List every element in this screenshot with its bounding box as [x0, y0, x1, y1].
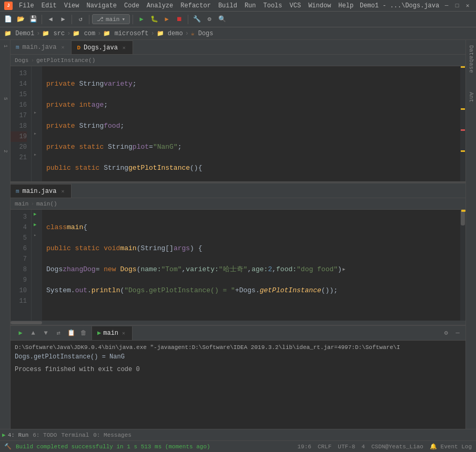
fold-arrow-21[interactable]: ▸: [34, 150, 37, 158]
main-editor-breadcrumb: main › main(): [11, 198, 465, 210]
run-gutter-4[interactable]: ▶: [34, 220, 36, 228]
project-panel-button[interactable]: 1: [1, 42, 9, 50]
save-button[interactable]: 💾: [27, 14, 39, 25]
menu-code[interactable]: Code: [121, 2, 143, 9]
main-hscroll-thumb[interactable]: [11, 321, 42, 324]
gutter-mark-top: [461, 66, 465, 68]
toolbar-separator: [42, 15, 42, 24]
fold-arrow-4[interactable]: ▸: [34, 231, 36, 239]
close-button[interactable]: ✕: [463, 2, 472, 10]
run-gutter-3[interactable]: ▶: [34, 210, 36, 218]
run-output-line2: Process finished with exit code 0: [15, 365, 461, 374]
event-log-button[interactable]: 🔔 Event Log: [430, 443, 472, 450]
dogs-java-tab[interactable]: D Dogs.java ✕: [72, 40, 133, 54]
revert-button[interactable]: ↺: [75, 14, 86, 25]
charset-label[interactable]: UTF-8: [338, 444, 355, 450]
code-line-16: private static String plot ="NanG";: [46, 142, 456, 152]
ant-panel-button[interactable]: Ant: [467, 89, 475, 106]
fold-arrow-17[interactable]: ▸: [34, 108, 37, 116]
menu-navigate[interactable]: Navigate: [83, 2, 120, 9]
run-button[interactable]: ▶: [136, 14, 147, 25]
run-minimize-button[interactable]: ─: [452, 327, 463, 339]
run-strip-tab[interactable]: ▶ 4: Run: [2, 432, 28, 438]
terminal-strip-label: Terminal: [61, 432, 89, 438]
main-editor: m main.java ✕ main › main() 3 4 5 6 7: [11, 183, 465, 325]
menu-tools[interactable]: Tools: [260, 2, 286, 9]
cursor-position[interactable]: 19:6: [298, 444, 311, 450]
run-play-button[interactable]: ▶: [15, 327, 26, 339]
search-everywhere-button[interactable]: 🔍: [216, 14, 228, 25]
dogs-code-area[interactable]: 13 14 15 16 17 18 19 20 21 ▸: [11, 66, 465, 181]
main-java-tab2-close[interactable]: ✕: [59, 188, 66, 194]
breadcrumb-demo[interactable]: 📁 demo: [157, 30, 183, 37]
breadcrumb-src[interactable]: 📁 src: [42, 30, 65, 37]
branch-selector[interactable]: ⎇ main ▾: [92, 14, 130, 24]
new-file-button[interactable]: 📄: [2, 14, 14, 25]
run-tab-close[interactable]: ✕: [120, 330, 127, 336]
breadcrumb-com[interactable]: 📁 com: [73, 30, 95, 37]
run-with-coverage-button[interactable]: ▶: [161, 14, 173, 25]
run-wrap-button[interactable]: ⇄: [53, 327, 64, 339]
menu-help[interactable]: Help: [335, 2, 357, 9]
window-controls[interactable]: ─ □ ✕: [442, 2, 472, 10]
bottom-strip: ▶ 4: Run 6: TODO Terminal 0: Messages: [0, 429, 476, 440]
breadcrumb-microsoft[interactable]: 📁 microsoft: [103, 30, 148, 37]
editor-area: m main.java ✕ D Dogs.java ✕ Dogs › getPl…: [11, 40, 465, 440]
terminal-strip-tab[interactable]: Terminal: [61, 432, 89, 438]
main-java-tab2[interactable]: m main.java ✕: [11, 184, 72, 198]
main-vscrollbar[interactable]: [460, 210, 465, 321]
menu-view[interactable]: View: [61, 2, 83, 9]
run-scroll-up-button[interactable]: ▲: [27, 327, 39, 339]
main-vscroll-thumb[interactable]: [461, 210, 465, 225]
main-code-area[interactable]: 3 4 5 6 7 8 9 10 11 ▶ ▶: [11, 210, 465, 321]
menu-run[interactable]: Run: [241, 2, 259, 9]
main-code-content[interactable]: class main { public static void main(Str…: [42, 210, 460, 321]
menu-vcs[interactable]: VCS: [287, 2, 305, 9]
breadcrumb-demo1[interactable]: 📁 Demo1: [4, 30, 34, 37]
dogs-java-tab-close[interactable]: ✕: [121, 45, 127, 51]
maximize-button[interactable]: □: [453, 2, 461, 10]
title-bar: J File Edit View Navigate Code Analyze R…: [0, 0, 476, 12]
run-scroll-down-button[interactable]: ▼: [40, 327, 52, 339]
dogs-line-numbers: 13 14 15 16 17 18 19 20 21: [11, 66, 32, 181]
main-java-tab-close[interactable]: ✕: [59, 44, 66, 50]
line-ending[interactable]: CRLF: [318, 444, 331, 450]
sdk-button[interactable]: 🔧: [191, 14, 202, 25]
menu-refactor[interactable]: Refactor: [177, 2, 214, 9]
run-copy-button[interactable]: 📋: [65, 327, 77, 339]
todo-strip-tab[interactable]: 6: TODO: [33, 432, 57, 438]
run-settings-button[interactable]: ⚙: [440, 327, 452, 339]
dogs-code-content[interactable]: private String variety; private int age;…: [42, 66, 460, 181]
fold-arrow-19[interactable]: ▸: [34, 129, 37, 137]
menu-build[interactable]: Build: [215, 2, 240, 9]
database-panel-button[interactable]: Database: [467, 42, 475, 76]
main-java-tab[interactable]: m main.java ✕: [11, 40, 72, 54]
minimize-button[interactable]: ─: [442, 2, 451, 10]
favorites-button[interactable]: 2: [1, 147, 9, 156]
back-button[interactable]: ◀: [45, 14, 56, 25]
dogs-breadcrumb-class: Dogs: [15, 57, 28, 64]
run-tab[interactable]: ▶ main ✕: [92, 326, 133, 340]
forward-button[interactable]: ▶: [57, 14, 69, 25]
stop-button[interactable]: ⏹: [174, 14, 185, 25]
dogs-java-icon: ☕: [191, 30, 195, 37]
main-line-4: public static void main(String[] args) {: [46, 243, 456, 254]
build-status-text: Build completed successfully in 1 s 513 …: [16, 444, 210, 450]
run-clear-button[interactable]: 🗑: [78, 327, 89, 339]
open-button[interactable]: 📂: [15, 14, 26, 25]
menu-file[interactable]: File: [16, 2, 37, 9]
status-left: 🔨 Build completed successfully in 1 s 51…: [4, 443, 210, 450]
messages-strip-tab[interactable]: 0: Messages: [93, 432, 131, 438]
structure-button[interactable]: S: [1, 95, 9, 103]
menu-bar[interactable]: File Edit View Navigate Code Analyze Ref…: [16, 2, 357, 9]
menu-edit[interactable]: Edit: [38, 2, 60, 9]
breadcrumb-dogs[interactable]: ☕ Dogs: [191, 30, 214, 37]
menu-window[interactable]: Window: [305, 2, 334, 9]
settings-button[interactable]: ⚙: [204, 14, 215, 25]
debug-button[interactable]: 🐛: [148, 14, 160, 25]
run-output-line1: Dogs.getPlotInstance() = NanG: [15, 352, 461, 362]
main-java-tab2-icon: m: [16, 188, 19, 194]
run-tab-bar: ▶ ▲ ▼ ⇄ 📋 🗑 ▶ main ✕ ⚙ ─: [11, 326, 465, 341]
main-hscrollbar[interactable]: [11, 321, 465, 325]
menu-analyze[interactable]: Analyze: [144, 2, 176, 9]
